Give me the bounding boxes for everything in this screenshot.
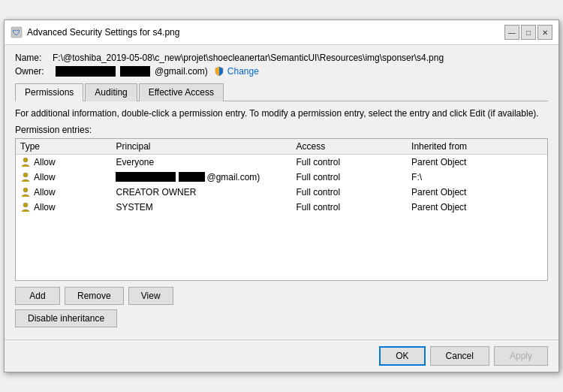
table-row[interactable]: Allow @gmail.com) Full control F:\ [16, 170, 547, 185]
view-button[interactable]: View [128, 287, 173, 305]
minimize-button[interactable]: — [504, 25, 519, 40]
row1-principal: Everyone [111, 154, 291, 170]
col-header-type: Type [16, 139, 111, 155]
owner-gmail: @gmail.com) [155, 66, 208, 77]
disable-inheritance-button[interactable]: Disable inheritance [15, 309, 117, 327]
main-window: 🛡 Advanced Security Settings for s4.png … [4, 20, 559, 372]
user-icon [20, 172, 31, 182]
row4-type: Allow [16, 200, 111, 215]
footer-buttons: OK Cancel Apply [5, 339, 558, 372]
tab-effective-access[interactable]: Effective Access [139, 83, 224, 101]
name-label: Name: [15, 53, 53, 63]
maximize-button[interactable]: □ [521, 25, 536, 40]
row4-access: Full control [291, 200, 407, 215]
owner-redacted-1 [56, 66, 116, 77]
permission-table-container[interactable]: Type Principal Access Inherited from [15, 138, 548, 281]
row4-inherited: Parent Object [407, 200, 547, 215]
col-header-inherited: Inherited from [407, 139, 547, 155]
row2-access: Full control [291, 170, 407, 185]
tab-permissions[interactable]: Permissions [15, 83, 83, 101]
svg-point-3 [23, 173, 28, 177]
col-header-principal: Principal [111, 139, 291, 155]
name-value: F:\@toshiba_2019-05-08\c_new\projet\shoe… [53, 53, 444, 63]
svg-point-2 [23, 158, 28, 162]
tabs-bar: Permissions Auditing Effective Access [15, 83, 548, 101]
row3-access: Full control [291, 185, 407, 200]
user-icon [20, 202, 31, 213]
table-row[interactable]: Allow Everyone Full control Parent Objec… [16, 154, 547, 170]
owner-row: Owner: @gmail.com) Change [15, 66, 548, 77]
table-row[interactable]: Allow CREATOR OWNER Full control Parent … [16, 185, 547, 200]
owner-label: Owner: [15, 66, 53, 77]
title-bar-left: 🛡 Advanced Security Settings for s4.png [11, 26, 179, 38]
title-controls: — □ ✕ [504, 25, 552, 40]
row1-inherited: Parent Object [407, 154, 547, 170]
uac-shield-icon [214, 66, 224, 77]
table-row[interactable]: Allow SYSTEM Full control Parent Object [16, 200, 547, 215]
add-button[interactable]: Add [15, 287, 60, 305]
action-buttons: Add Remove View [15, 287, 548, 305]
col-header-access: Access [291, 139, 407, 155]
user-icon [20, 157, 31, 167]
close-button[interactable]: ✕ [537, 25, 552, 40]
row3-principal: CREATOR OWNER [111, 185, 291, 200]
window-title: Advanced Security Settings for s4.png [27, 27, 179, 38]
window-icon: 🛡 [11, 26, 23, 38]
row2-inherited: F:\ [407, 170, 547, 185]
name-row: Name: F:\@toshiba_2019-05-08\c_new\proje… [15, 53, 548, 63]
owner-redacted-2 [120, 66, 150, 77]
permission-table: Type Principal Access Inherited from [16, 139, 547, 215]
tab-auditing[interactable]: Auditing [85, 83, 137, 101]
row2-principal: @gmail.com) [111, 170, 291, 185]
row3-type: Allow [16, 185, 111, 200]
row1-access: Full control [291, 154, 407, 170]
svg-point-4 [23, 188, 28, 192]
change-link[interactable]: Change [227, 66, 259, 77]
row1-type: Allow [16, 154, 111, 170]
description-text: For additional information, double-click… [15, 107, 548, 120]
ok-button[interactable]: OK [379, 346, 425, 366]
row4-principal: SYSTEM [111, 200, 291, 215]
svg-text:🛡: 🛡 [13, 29, 20, 37]
row2-type: Allow [16, 170, 111, 185]
remove-button[interactable]: Remove [65, 287, 124, 305]
row3-inherited: Parent Object [407, 185, 547, 200]
title-bar: 🛡 Advanced Security Settings for s4.png … [5, 20, 558, 45]
inheritance-buttons: Disable inheritance [15, 309, 548, 327]
table-header-row: Type Principal Access Inherited from [16, 139, 547, 155]
cancel-button[interactable]: Cancel [430, 346, 489, 366]
perm-entries-label: Permission entries: [15, 125, 548, 135]
user-icon [20, 187, 31, 198]
dialog-content: Name: F:\@toshiba_2019-05-08\c_new\proje… [5, 45, 558, 339]
svg-point-5 [23, 203, 28, 207]
apply-button[interactable]: Apply [494, 346, 548, 366]
